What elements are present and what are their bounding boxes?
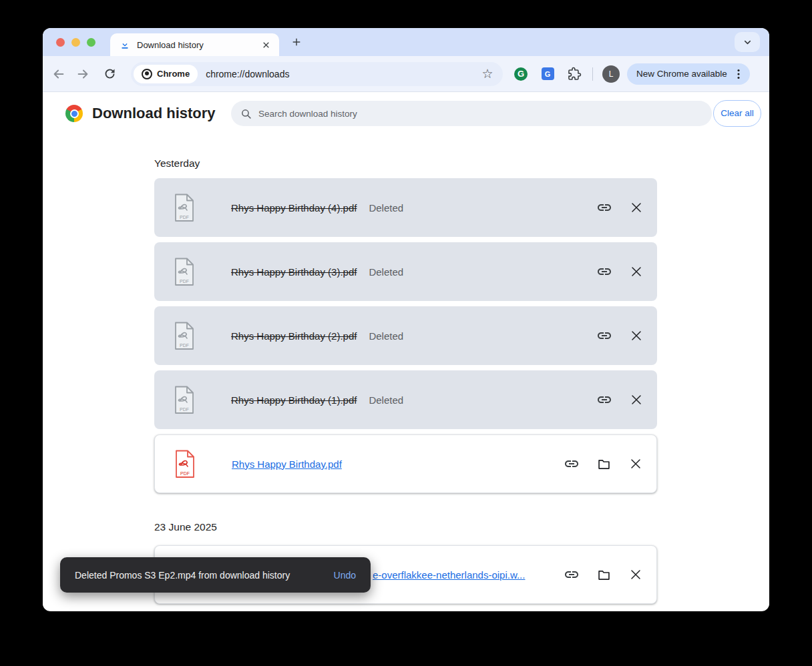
traffic-lights bbox=[56, 38, 95, 47]
download-item: PDF Rhys Happy Birthday (1).pdf Deleted bbox=[154, 370, 657, 429]
remove-item-icon[interactable] bbox=[628, 456, 644, 472]
copy-link-icon[interactable] bbox=[564, 567, 580, 583]
chrome-logo bbox=[65, 105, 83, 122]
pdf-file-icon: PDF bbox=[172, 385, 196, 415]
chrome-mono-icon bbox=[142, 69, 152, 79]
minimize-window-button[interactable] bbox=[71, 38, 80, 47]
download-icon bbox=[120, 39, 130, 50]
status-label: Deleted bbox=[369, 266, 403, 278]
file-link[interactable]: Rhys Happy Birthday.pdf bbox=[232, 458, 342, 470]
status-label: Deleted bbox=[369, 394, 403, 406]
browser-toolbar: Chrome chrome://downloads ☆ G G L New Ch… bbox=[43, 56, 769, 92]
new-tab-button[interactable] bbox=[287, 33, 306, 51]
reload-button[interactable] bbox=[102, 66, 118, 82]
remove-item-icon[interactable] bbox=[628, 200, 644, 216]
page-header: Download history Clear all bbox=[43, 92, 769, 135]
file-badge: PDF bbox=[180, 215, 189, 220]
clear-all-button[interactable]: Clear all bbox=[713, 100, 761, 127]
section-heading-yesterday: Yesterday bbox=[154, 157, 657, 170]
tab-download-history[interactable]: Download history bbox=[110, 33, 279, 56]
search-box[interactable] bbox=[231, 101, 712, 126]
remove-item-icon[interactable] bbox=[628, 328, 644, 344]
update-chrome-button[interactable]: New Chrome available bbox=[627, 63, 750, 85]
toast-message: Deleted Promos S3 Ep2.mp4 from download … bbox=[75, 570, 290, 581]
download-item: PDF Rhys Happy Birthday (3).pdf Deleted bbox=[154, 242, 657, 301]
search-icon bbox=[240, 108, 252, 119]
toolbar-divider bbox=[592, 67, 593, 81]
undo-button[interactable]: Undo bbox=[334, 570, 356, 581]
file-badge: PDF bbox=[180, 343, 189, 348]
file-name: Rhys Happy Birthday (2).pdf bbox=[231, 330, 357, 342]
update-chrome-label: New Chrome available bbox=[636, 69, 727, 79]
grammarly-g-glyph: G bbox=[514, 67, 528, 81]
copy-link-icon[interactable] bbox=[596, 200, 612, 216]
status-label: Deleted bbox=[369, 202, 403, 214]
downloads-page: Download history Clear all Yesterday bbox=[43, 92, 769, 611]
address-bar[interactable]: Chrome chrome://downloads ☆ bbox=[131, 62, 503, 86]
download-item: PDF Rhys Happy Birthday.pdf bbox=[154, 434, 657, 493]
close-window-button[interactable] bbox=[56, 38, 65, 47]
tab-close-button[interactable] bbox=[259, 38, 272, 51]
tab-list-chevron-button[interactable] bbox=[735, 32, 760, 52]
translate-extension-icon[interactable]: G bbox=[539, 65, 556, 83]
browser-window: Download history bbox=[43, 28, 769, 611]
download-item: PDF Rhys Happy Birthday (2).pdf Deleted bbox=[154, 306, 657, 365]
file-name: Rhys Happy Birthday (3).pdf bbox=[231, 266, 357, 278]
downloads-list: Yesterday PDF Rhys Happy Birthday (4).pd… bbox=[154, 157, 657, 604]
file-name: Rhys Happy Birthday (4).pdf bbox=[231, 202, 357, 214]
grammarly-extension-icon[interactable]: G bbox=[512, 65, 530, 83]
tab-title: Download history bbox=[137, 40, 259, 50]
browser-menu-icon[interactable] bbox=[731, 67, 746, 81]
undo-toast: Deleted Promos S3 Ep2.mp4 from download … bbox=[60, 557, 371, 593]
file-badge: PDF bbox=[180, 471, 190, 476]
pdf-file-icon-red: PDF bbox=[173, 449, 197, 479]
pdf-file-icon: PDF bbox=[172, 257, 196, 287]
remove-item-icon[interactable] bbox=[628, 264, 644, 280]
copy-link-icon[interactable] bbox=[596, 328, 612, 344]
pdf-file-icon: PDF bbox=[172, 321, 196, 351]
bookmark-star-icon[interactable]: ☆ bbox=[480, 67, 495, 81]
extensions-puzzle-icon[interactable] bbox=[566, 65, 583, 83]
translate-glyph: G bbox=[542, 67, 554, 80]
status-label: Deleted bbox=[369, 330, 403, 342]
file-name: Rhys Happy Birthday (1).pdf bbox=[231, 394, 357, 406]
pdf-file-icon: PDF bbox=[172, 193, 196, 223]
page-title: Download history bbox=[92, 105, 216, 122]
download-item: PDF Rhys Happy Birthday (4).pdf Deleted bbox=[154, 178, 657, 237]
site-chip[interactable]: Chrome bbox=[134, 65, 198, 83]
zoom-window-button[interactable] bbox=[87, 38, 95, 47]
copy-link-icon[interactable] bbox=[564, 456, 580, 472]
avatar-initial: L bbox=[609, 69, 614, 79]
file-badge: PDF bbox=[180, 279, 189, 284]
profile-avatar[interactable]: L bbox=[602, 65, 620, 83]
show-in-folder-icon[interactable] bbox=[596, 456, 612, 472]
back-button[interactable] bbox=[51, 66, 67, 82]
copy-link-icon[interactable] bbox=[596, 392, 612, 408]
remove-item-icon[interactable] bbox=[628, 392, 644, 408]
forward-button[interactable] bbox=[75, 66, 91, 82]
search-input[interactable] bbox=[258, 109, 702, 119]
file-link[interactable]: e-overflakkee-netherlands-oipi.w... bbox=[373, 569, 525, 581]
url-text[interactable]: chrome://downloads bbox=[206, 69, 289, 79]
site-chip-label: Chrome bbox=[157, 69, 190, 79]
copy-link-icon[interactable] bbox=[596, 264, 612, 280]
section-heading-23-june: 23 June 2025 bbox=[154, 521, 657, 533]
show-in-folder-icon[interactable] bbox=[596, 567, 612, 583]
file-badge: PDF bbox=[180, 407, 189, 412]
tab-strip: Download history bbox=[43, 28, 769, 56]
remove-item-icon[interactable] bbox=[628, 567, 644, 583]
